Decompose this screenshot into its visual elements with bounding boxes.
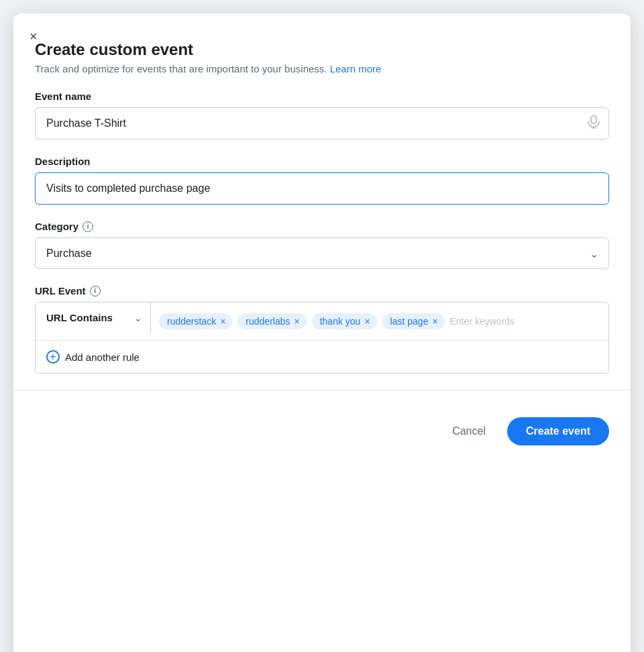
category-select[interactable]: Purchase Add to Cart Lead Subscribe Cont… <box>35 237 609 269</box>
category-info-icon[interactable]: i <box>83 221 93 232</box>
tag-last-page: last page × <box>382 313 445 329</box>
tag-rudderlabs-remove[interactable]: × <box>294 317 300 326</box>
url-event-box: URL Contains URL Equals URL Starts With … <box>35 302 609 374</box>
tag-rudderlabs-label: rudderlabs <box>246 316 290 327</box>
modal-header: Create custom event Track and optimize f… <box>35 40 609 74</box>
url-event-section: URL Event i URL Contains URL Equals URL … <box>35 285 609 374</box>
microphone-icon <box>588 115 600 132</box>
event-name-label: Event name <box>35 91 609 102</box>
tag-rudderstack: rudderstack × <box>159 313 232 329</box>
description-label: Description <box>35 156 609 167</box>
url-event-info-icon[interactable]: i <box>90 286 101 296</box>
event-name-field-group: Event name <box>35 91 609 140</box>
learn-more-link[interactable]: Learn more <box>330 63 382 74</box>
add-rule-row[interactable]: + Add another rule <box>36 341 608 373</box>
tag-thank-you: thank you × <box>312 313 377 329</box>
tag-last-page-label: last page <box>390 316 429 327</box>
category-field-group: Category i Purchase Add to Cart Lead Sub… <box>35 221 609 269</box>
footer-divider <box>13 390 631 390</box>
url-event-label: URL Event i <box>35 285 609 296</box>
category-label: Category i <box>35 221 609 232</box>
description-field-group: Description <box>35 156 609 205</box>
close-button[interactable]: × <box>27 27 40 46</box>
tags-area: rudderstack × rudderlabs × thank you × l… <box>151 303 608 340</box>
footer-actions: Cancel Create event <box>35 406 609 445</box>
tag-last-page-remove[interactable]: × <box>432 317 437 326</box>
tag-thank-you-remove[interactable]: × <box>364 317 370 326</box>
svg-rect-0 <box>591 116 596 124</box>
keyword-input[interactable] <box>450 316 568 327</box>
tag-rudderlabs: rudderlabs × <box>237 313 306 329</box>
modal-subtitle: Track and optimize for events that are i… <box>35 63 609 74</box>
add-rule-label: Add another rule <box>65 351 140 363</box>
modal-title: Create custom event <box>35 40 609 59</box>
url-type-select[interactable]: URL Contains URL Equals URL Starts With … <box>36 303 150 333</box>
category-select-wrapper: Purchase Add to Cart Lead Subscribe Cont… <box>35 237 609 269</box>
create-custom-event-modal: × Create custom event Track and optimize… <box>13 13 631 652</box>
url-event-row: URL Contains URL Equals URL Starts With … <box>36 303 608 341</box>
tag-rudderstack-remove[interactable]: × <box>220 317 225 326</box>
url-type-dropdown: URL Contains URL Equals URL Starts With … <box>36 303 151 333</box>
create-event-button[interactable]: Create event <box>507 417 609 445</box>
tag-rudderstack-label: rudderstack <box>167 316 216 327</box>
add-rule-icon: + <box>46 350 60 364</box>
event-name-input[interactable] <box>35 107 609 140</box>
event-name-input-wrapper <box>35 107 609 140</box>
description-input[interactable] <box>35 172 609 205</box>
cancel-button[interactable]: Cancel <box>441 419 496 444</box>
tag-thank-you-label: thank you <box>320 316 361 327</box>
